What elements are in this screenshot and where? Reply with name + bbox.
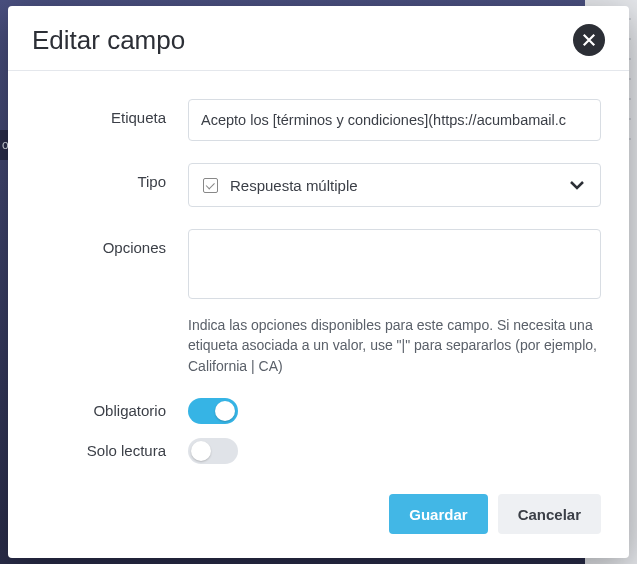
tipo-select[interactable]: Respuesta múltiple xyxy=(188,163,601,207)
label-solo-lectura: Solo lectura xyxy=(36,438,188,459)
solo-lectura-toggle[interactable] xyxy=(188,438,238,464)
label-opciones: Opciones xyxy=(36,229,188,256)
close-button[interactable] xyxy=(573,24,605,56)
modal-header: Editar campo xyxy=(8,6,629,71)
toggle-knob xyxy=(215,401,235,421)
row-opciones: Opciones Indica las opciones disponibles… xyxy=(36,229,601,376)
label-obligatorio: Obligatorio xyxy=(36,398,188,419)
modal-title: Editar campo xyxy=(32,25,185,56)
tipo-selected-text: Respuesta múltiple xyxy=(230,177,568,194)
row-etiqueta: Etiqueta xyxy=(36,99,601,141)
multiple-choice-icon xyxy=(203,178,218,193)
obligatorio-toggle[interactable] xyxy=(188,398,238,424)
etiqueta-input[interactable] xyxy=(188,99,601,141)
modal-footer: Guardar Cancelar xyxy=(8,488,629,558)
edit-field-modal: Editar campo Etiqueta Tipo Respuesta múl… xyxy=(8,6,629,558)
row-tipo: Tipo Respuesta múltiple xyxy=(36,163,601,207)
chevron-down-icon xyxy=(568,176,586,194)
row-solo-lectura: Solo lectura xyxy=(36,438,601,464)
opciones-help-text: Indica las opciones disponibles para est… xyxy=(188,315,601,376)
close-icon xyxy=(582,33,596,47)
save-button[interactable]: Guardar xyxy=(389,494,487,534)
label-tipo: Tipo xyxy=(36,163,188,190)
cancel-button[interactable]: Cancelar xyxy=(498,494,601,534)
row-obligatorio: Obligatorio xyxy=(36,398,601,424)
toggle-knob xyxy=(191,441,211,461)
modal-body: Etiqueta Tipo Respuesta múltiple Opcione… xyxy=(8,71,629,488)
opciones-textarea[interactable] xyxy=(188,229,601,299)
label-etiqueta: Etiqueta xyxy=(36,99,188,126)
